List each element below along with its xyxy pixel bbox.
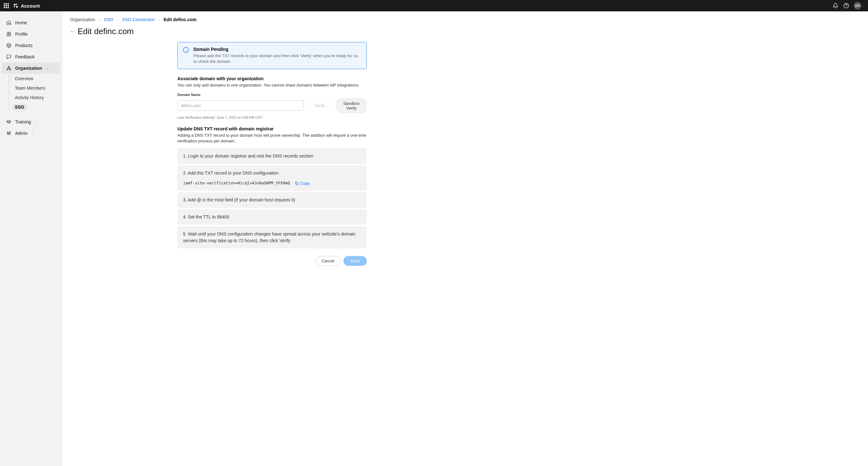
txt-record-value: jamf-site-verification=Hicqlv4Jo8aSNPM_t… bbox=[183, 180, 290, 186]
associate-title: Associate domain with your organization bbox=[177, 76, 367, 81]
sidebar-item-feedback[interactable]: Feedback bbox=[0, 51, 62, 63]
back-arrow-icon[interactable]: ← bbox=[70, 29, 75, 34]
svg-rect-10 bbox=[296, 183, 298, 185]
svg-point-6 bbox=[7, 132, 8, 133]
chevron-down-icon: ⌄ bbox=[47, 67, 49, 70]
dns-step-1: 1. Login to your domain registrar and vi… bbox=[177, 148, 367, 164]
logo-icon bbox=[13, 3, 18, 8]
breadcrumb: Organization › SSO › SSO Connection › Ed… bbox=[70, 17, 861, 22]
sandbox-verify-button[interactable]: Sandbox Verify bbox=[336, 98, 367, 113]
chevron-down-icon: ⌄ bbox=[862, 4, 864, 7]
page-title: Edit definc.com bbox=[78, 27, 134, 36]
breadcrumb-sso[interactable]: SSO bbox=[104, 17, 113, 22]
alert-content: Domain Pending Please add the TXT record… bbox=[193, 47, 362, 64]
sidebar-item-label: Home bbox=[15, 20, 27, 25]
sidebar-sub-overview[interactable]: Overview bbox=[9, 74, 62, 83]
info-icon bbox=[183, 47, 189, 53]
admin-icon bbox=[6, 131, 11, 136]
dns-title: Update DNS TXT record with domain regist… bbox=[177, 126, 367, 131]
verify-button[interactable]: Verify bbox=[309, 101, 331, 111]
sidebar-item-label: Training bbox=[15, 119, 31, 124]
domain-name-label: Domain Name bbox=[177, 93, 367, 97]
svg-point-2 bbox=[8, 33, 9, 34]
profile-icon bbox=[6, 32, 11, 37]
topbar-right: DR ⌄ bbox=[832, 2, 864, 9]
copy-icon bbox=[294, 181, 299, 186]
save-button[interactable]: Save bbox=[343, 256, 367, 266]
domain-name-input[interactable] bbox=[177, 100, 304, 111]
svg-point-7 bbox=[8, 133, 9, 134]
app-switcher-icon[interactable] bbox=[4, 3, 9, 8]
sidebar-org-submenu: Overview Team Members Activity History S… bbox=[9, 74, 62, 112]
dns-desc: Adding a DNS TXT record to your domain h… bbox=[177, 133, 367, 144]
dns-step-4: 4. Set the TTL to 86400 bbox=[177, 209, 367, 225]
sidebar-item-label: Products bbox=[15, 43, 32, 48]
domain-pending-alert: Domain Pending Please add the TXT record… bbox=[177, 42, 367, 69]
topbar: Account DR ⌄ bbox=[0, 0, 868, 11]
training-icon bbox=[6, 119, 11, 124]
associate-desc: You can only add domains to one organiza… bbox=[177, 83, 367, 88]
notifications-icon[interactable] bbox=[832, 2, 839, 9]
alert-body: Please add the TXT records to your domai… bbox=[193, 53, 362, 64]
breadcrumb-connection[interactable]: SSO Connection bbox=[122, 17, 155, 22]
sidebar-item-label: Organization bbox=[15, 66, 42, 71]
footer-actions: Cancel Save bbox=[177, 256, 367, 266]
svg-point-8 bbox=[10, 132, 11, 133]
dns-step-2-text: 2. Add this TXT record in your DNS confi… bbox=[183, 170, 361, 177]
dns-step-5: 5. Wait until your DNS configuration cha… bbox=[177, 226, 367, 248]
svg-rect-4 bbox=[7, 69, 8, 70]
chevron-right-icon: › bbox=[32, 132, 33, 135]
alert-title: Domain Pending bbox=[193, 47, 362, 52]
products-icon bbox=[6, 43, 11, 48]
breadcrumb-sep: › bbox=[99, 18, 100, 22]
last-verification-hint: Last Verification Attempt: June 7, 2023 … bbox=[177, 116, 367, 119]
svg-rect-5 bbox=[9, 69, 11, 70]
cancel-button[interactable]: Cancel bbox=[316, 256, 340, 266]
help-icon[interactable] bbox=[843, 2, 849, 9]
brand[interactable]: Account bbox=[13, 3, 40, 8]
sidebar-sub-team-members[interactable]: Team Members bbox=[9, 83, 62, 93]
sidebar-item-label: Admin bbox=[15, 131, 28, 136]
page-title-row: ← Edit definc.com bbox=[70, 27, 861, 36]
breadcrumb-sep: › bbox=[117, 18, 118, 22]
feedback-icon bbox=[6, 54, 11, 59]
sidebar-sub-sso[interactable]: SSO bbox=[9, 102, 62, 112]
main-content: Organization › SSO › SSO Connection › Ed… bbox=[62, 11, 868, 466]
sidebar-item-label: Profile bbox=[15, 32, 28, 37]
sidebar-item-admin[interactable]: Admin › bbox=[0, 128, 62, 139]
copy-button[interactable]: Copy bbox=[294, 180, 310, 187]
breadcrumb-sep: › bbox=[159, 18, 160, 22]
sidebar-sub-activity-history[interactable]: Activity History bbox=[9, 93, 62, 102]
txt-record-row: jamf-site-verification=Hicqlv4Jo8aSNPM_t… bbox=[183, 180, 361, 187]
brand-label: Account bbox=[21, 3, 40, 8]
dns-step-2: 2. Add this TXT record in your DNS confi… bbox=[177, 165, 367, 191]
sidebar-item-home[interactable]: Home bbox=[0, 17, 62, 28]
home-icon bbox=[6, 20, 11, 25]
sidebar: Home Profile Products Feedback Organizat… bbox=[0, 11, 62, 466]
topbar-left: Account bbox=[4, 3, 40, 8]
breadcrumb-root[interactable]: Organization bbox=[70, 17, 95, 22]
svg-rect-3 bbox=[8, 66, 9, 67]
breadcrumb-current: Edit definc.com bbox=[163, 17, 196, 22]
sidebar-item-label: Feedback bbox=[15, 54, 34, 59]
copy-label: Copy bbox=[300, 180, 310, 187]
sidebar-item-profile[interactable]: Profile bbox=[0, 28, 62, 40]
sidebar-item-products[interactable]: Products bbox=[0, 40, 62, 51]
user-menu[interactable]: DR ⌄ bbox=[854, 2, 864, 9]
organization-icon bbox=[6, 66, 11, 71]
chevron-right-icon: › bbox=[35, 120, 36, 123]
domain-field-row: Verify Sandbox Verify bbox=[177, 98, 367, 113]
content-column: Domain Pending Please add the TXT record… bbox=[177, 42, 367, 266]
avatar: DR bbox=[854, 2, 861, 9]
dns-step-3: 3. Add @ in the Host field (if your doma… bbox=[177, 192, 367, 208]
sidebar-item-organization[interactable]: Organization ⌄ bbox=[2, 63, 60, 74]
avatar-initials: DR bbox=[856, 4, 860, 7]
sidebar-item-training[interactable]: Training › bbox=[0, 116, 62, 128]
